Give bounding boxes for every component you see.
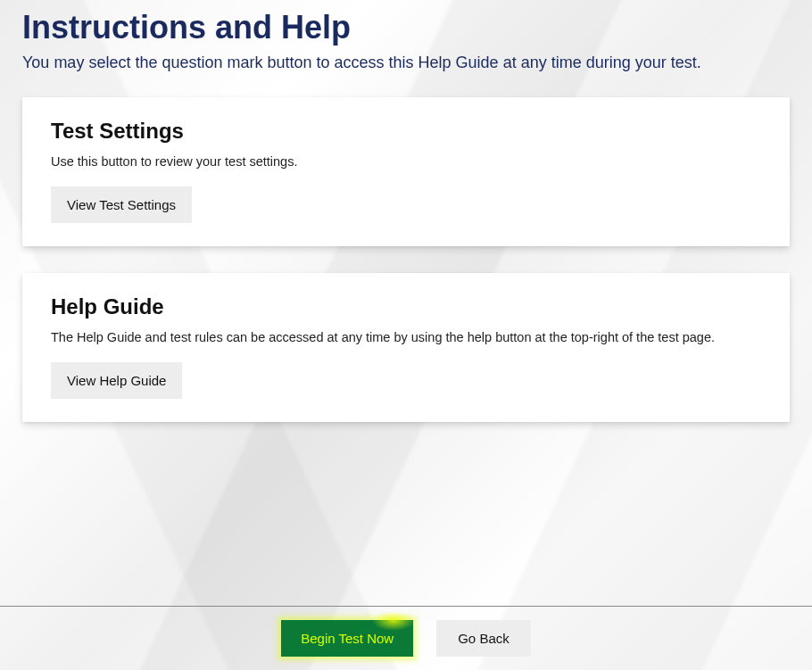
test-settings-card: Test Settings Use this button to review …: [22, 97, 790, 246]
test-settings-title: Test Settings: [51, 119, 761, 144]
help-guide-card: Help Guide The Help Guide and test rules…: [22, 273, 790, 422]
page-subtitle: You may select the question mark button …: [22, 54, 790, 72]
help-guide-title: Help Guide: [51, 294, 761, 319]
help-guide-description: The Help Guide and test rules can be acc…: [51, 328, 761, 348]
test-settings-description: Use this button to review your test sett…: [51, 153, 761, 172]
begin-test-now-button[interactable]: Begin Test Now: [281, 620, 413, 657]
page-title: Instructions and Help: [22, 9, 790, 46]
view-test-settings-button[interactable]: View Test Settings: [51, 186, 192, 223]
go-back-button[interactable]: Go Back: [436, 620, 531, 657]
view-help-guide-button[interactable]: View Help Guide: [51, 362, 182, 399]
begin-test-label: Begin Test Now: [301, 631, 394, 646]
footer-bar: Begin Test Now Go Back: [0, 606, 812, 670]
highlight-annotation: [372, 611, 415, 631]
main-content: Instructions and Help You may select the…: [0, 0, 812, 422]
